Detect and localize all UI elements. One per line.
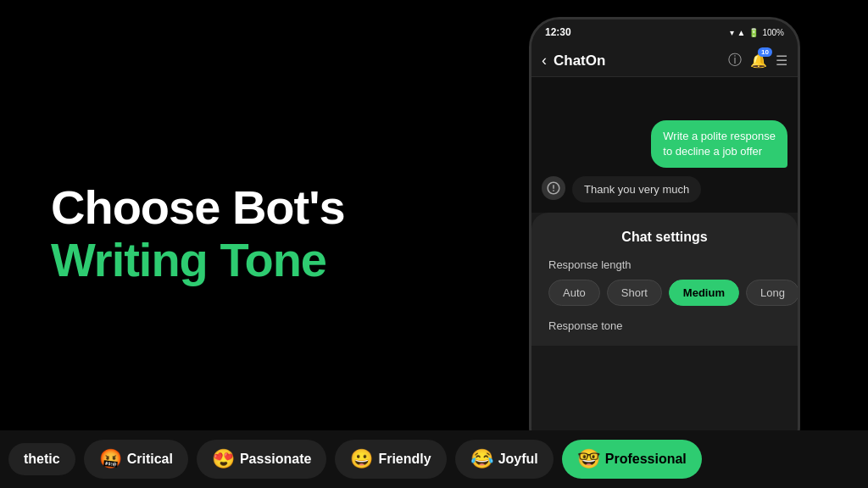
status-bar: 12:30 ▾ ▲ 🔋 100% — [531, 19, 798, 45]
passionate-emoji: 😍 — [212, 448, 235, 470]
battery-icon: 🔋 — [748, 28, 759, 37]
tone-label-partial: thetic — [24, 452, 60, 467]
headline-line1: Choose Bot's — [51, 181, 345, 234]
signal-icon: ▾ — [730, 28, 734, 37]
professional-emoji: 🤓 — [577, 448, 600, 470]
response-length-buttons: Auto Short Medium Long — [548, 280, 781, 306]
wifi-icon: ▲ — [737, 28, 746, 37]
phone-container: 12:30 ▾ ▲ 🔋 100% ‹ ChatOn ⓘ 🔔 10 ☰ — [529, 17, 817, 466]
chat-header: ‹ ChatOn ⓘ 🔔 10 ☰ — [531, 45, 798, 77]
passionate-label: Passionate — [240, 452, 311, 467]
tone-item-passionate[interactable]: 😍 Passionate — [197, 440, 326, 479]
chat-title: ChatOn — [554, 53, 721, 69]
tone-item-joyful[interactable]: 😂 Joyful — [455, 440, 554, 479]
status-time: 12:30 — [545, 26, 571, 38]
length-short-button[interactable]: Short — [607, 280, 662, 306]
bot-message-row: Thank you very much — [542, 176, 787, 202]
settings-title: Chat settings — [548, 230, 781, 245]
tone-item-critical[interactable]: 🤬 Critical — [84, 440, 188, 479]
length-medium-button[interactable]: Medium — [669, 280, 739, 306]
length-long-button[interactable]: Long — [746, 280, 799, 306]
professional-label: Professional — [605, 452, 687, 467]
bot-message: Thank you very much — [572, 176, 701, 202]
tone-item-professional[interactable]: 🤓 Professional — [562, 440, 702, 479]
left-content: Choose Bot's Writing Tone — [51, 181, 345, 286]
friendly-label: Friendly — [378, 452, 431, 467]
chat-area: Write a polite responseto decline a job … — [531, 77, 798, 213]
battery-pct: 100% — [762, 28, 784, 37]
menu-icon[interactable]: ☰ — [776, 53, 787, 69]
info-icon[interactable]: ⓘ — [728, 52, 742, 69]
header-icons: ⓘ 🔔 10 ☰ — [728, 52, 787, 69]
joyful-emoji: 😂 — [470, 448, 493, 470]
length-auto-button[interactable]: Auto — [548, 280, 600, 306]
status-icons: ▾ ▲ 🔋 100% — [730, 28, 784, 37]
headline-line2: Writing Tone — [51, 234, 345, 286]
back-button[interactable]: ‹ — [542, 52, 547, 69]
joyful-label: Joyful — [498, 452, 538, 467]
notification-icon[interactable]: 🔔 10 — [750, 53, 767, 69]
user-message: Write a polite responseto decline a job … — [651, 120, 787, 168]
critical-label: Critical — [127, 452, 173, 467]
critical-emoji: 🤬 — [99, 448, 122, 470]
tone-item-friendly[interactable]: 😀 Friendly — [335, 440, 446, 479]
chat-settings-panel: Chat settings Response length Auto Short… — [531, 213, 798, 346]
notification-badge: 10 — [758, 47, 772, 57]
response-length-label: Response length — [548, 258, 781, 271]
tone-bar: thetic 🤬 Critical 😍 Passionate 😀 Friendl… — [0, 430, 868, 488]
bot-avatar — [542, 176, 565, 200]
phone-body: 12:30 ▾ ▲ 🔋 100% ‹ ChatOn ⓘ 🔔 10 ☰ — [529, 17, 800, 458]
response-tone-label: Response tone — [548, 319, 781, 332]
tone-item-empathetic-partial[interactable]: thetic — [8, 443, 75, 475]
friendly-emoji: 😀 — [350, 448, 373, 470]
